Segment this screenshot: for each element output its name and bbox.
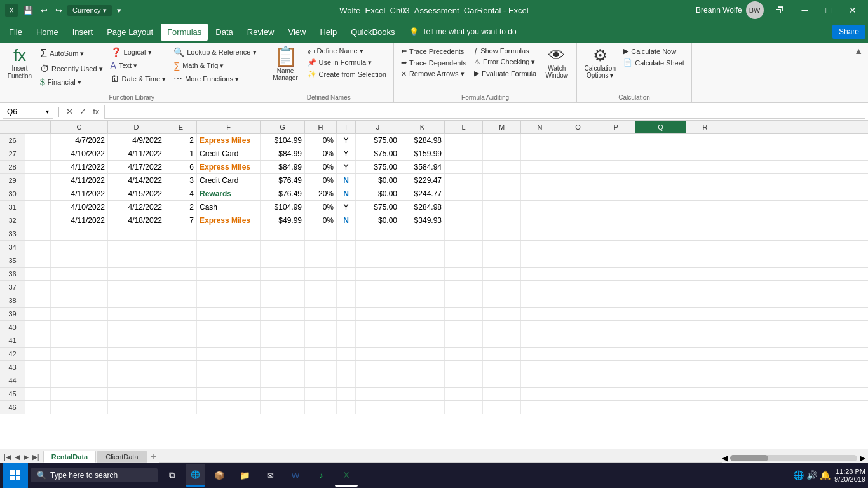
- tab-client-data[interactable]: ClientData: [97, 451, 146, 463]
- cell-n27[interactable]: [521, 147, 559, 160]
- math-trig-button[interactable]: ∑ Math & Trig ▾: [170, 59, 259, 72]
- cell-p40[interactable]: [597, 321, 635, 334]
- cell-l44[interactable]: [445, 374, 483, 387]
- cell-i28[interactable]: Y: [337, 161, 356, 173]
- cell-q39[interactable]: [635, 308, 686, 320]
- cell-d32[interactable]: 4/18/2022: [108, 214, 165, 227]
- col-header-o[interactable]: O: [559, 121, 597, 133]
- cell-c45[interactable]: [51, 388, 108, 400]
- cell-i35[interactable]: [337, 254, 356, 267]
- cell-b32[interactable]: [25, 214, 51, 227]
- cell-e45[interactable]: [165, 388, 197, 400]
- cell-c44[interactable]: [51, 374, 108, 387]
- cell-n44[interactable]: [521, 374, 559, 387]
- cell-f43[interactable]: [197, 361, 261, 374]
- cell-n43[interactable]: [521, 361, 559, 374]
- cell-c33[interactable]: [51, 227, 108, 240]
- cell-m26[interactable]: [483, 134, 521, 147]
- lookup-ref-button[interactable]: 🔍 Lookup & Reference ▾: [170, 46, 259, 58]
- minimize-button[interactable]: ─: [796, 3, 815, 18]
- cell-q42[interactable]: [635, 348, 686, 360]
- row-header-37[interactable]: 37: [0, 281, 25, 294]
- cell-f39[interactable]: [197, 308, 261, 320]
- cell-q46[interactable]: [635, 401, 686, 414]
- save-button[interactable]: 💾: [20, 4, 36, 17]
- cell-o32[interactable]: [559, 214, 597, 227]
- cell-j46[interactable]: [356, 401, 400, 414]
- financial-button[interactable]: $ Financial ▾: [37, 76, 106, 88]
- menu-data[interactable]: Data: [209, 24, 239, 41]
- cell-b34[interactable]: [25, 241, 51, 254]
- cell-d29[interactable]: 4/14/2022: [108, 174, 165, 187]
- cell-h28[interactable]: 0%: [305, 161, 337, 173]
- cell-r27[interactable]: [686, 147, 724, 160]
- cell-m34[interactable]: [483, 241, 521, 254]
- cell-r26[interactable]: [686, 134, 724, 147]
- cell-i44[interactable]: [337, 374, 356, 387]
- calculate-sheet-button[interactable]: 📄 Calculate Sheet: [620, 57, 688, 68]
- notification-icon[interactable]: 🔔: [820, 470, 831, 480]
- cell-c35[interactable]: [51, 254, 108, 267]
- cell-c46[interactable]: [51, 401, 108, 414]
- cell-m44[interactable]: [483, 374, 521, 387]
- cell-d34[interactable]: [108, 241, 165, 254]
- cell-c38[interactable]: [51, 294, 108, 307]
- cell-q37[interactable]: [635, 281, 686, 294]
- cell-h45[interactable]: [305, 388, 337, 400]
- cell-o45[interactable]: [559, 388, 597, 400]
- cell-i42[interactable]: [337, 348, 356, 360]
- cell-p41[interactable]: [597, 334, 635, 347]
- dropbox-taskbar-button[interactable]: 📦: [208, 464, 231, 487]
- cell-o34[interactable]: [559, 241, 597, 254]
- cell-f44[interactable]: [197, 374, 261, 387]
- cell-j40[interactable]: [356, 321, 400, 334]
- sheet-nav-prev[interactable]: ◀: [13, 452, 21, 463]
- sheet-nav-next[interactable]: ▶: [22, 452, 30, 463]
- cell-r42[interactable]: [686, 348, 724, 360]
- cell-o28[interactable]: [559, 161, 597, 173]
- cell-k45[interactable]: [400, 388, 445, 400]
- cell-b44[interactable]: [25, 374, 51, 387]
- cell-r43[interactable]: [686, 361, 724, 374]
- cell-b45[interactable]: [25, 388, 51, 400]
- cell-i34[interactable]: [337, 241, 356, 254]
- cell-m32[interactable]: [483, 214, 521, 227]
- cell-n36[interactable]: [521, 268, 559, 280]
- cell-o46[interactable]: [559, 401, 597, 414]
- calculation-options-button[interactable]: ⚙ CalculationOptions ▾: [581, 46, 619, 80]
- show-formulas-button[interactable]: ƒ Show Formulas: [471, 46, 539, 56]
- cell-m27[interactable]: [483, 147, 521, 160]
- cell-o42[interactable]: [559, 348, 597, 360]
- cell-i26[interactable]: Y: [337, 134, 356, 147]
- cell-h39[interactable]: [305, 308, 337, 320]
- row-header-35[interactable]: 35: [0, 254, 25, 267]
- cell-g30[interactable]: $76.49: [261, 187, 305, 200]
- cell-k40[interactable]: [400, 321, 445, 334]
- error-checking-button[interactable]: ⚠ Error Checking ▾: [471, 57, 539, 67]
- cell-f41[interactable]: [197, 334, 261, 347]
- row-header-42[interactable]: 42: [0, 348, 25, 360]
- cell-l46[interactable]: [445, 401, 483, 414]
- cell-n42[interactable]: [521, 348, 559, 360]
- cell-q33[interactable]: [635, 227, 686, 240]
- cell-p36[interactable]: [597, 268, 635, 280]
- cell-q45[interactable]: [635, 388, 686, 400]
- cell-d36[interactable]: [108, 268, 165, 280]
- cell-q40[interactable]: [635, 321, 686, 334]
- cell-n30[interactable]: [521, 187, 559, 200]
- cell-j26[interactable]: $75.00: [356, 134, 400, 147]
- cell-p29[interactable]: [597, 174, 635, 187]
- cell-k38[interactable]: [400, 294, 445, 307]
- col-header-d[interactable]: D: [108, 121, 165, 133]
- cell-c40[interactable]: [51, 321, 108, 334]
- cell-b33[interactable]: [25, 227, 51, 240]
- cell-j37[interactable]: [356, 281, 400, 294]
- cell-n39[interactable]: [521, 308, 559, 320]
- cell-b28[interactable]: [25, 161, 51, 173]
- cell-i39[interactable]: [337, 308, 356, 320]
- cell-d37[interactable]: [108, 281, 165, 294]
- cell-m42[interactable]: [483, 348, 521, 360]
- cell-h29[interactable]: 0%: [305, 174, 337, 187]
- cell-q36[interactable]: [635, 268, 686, 280]
- cell-p39[interactable]: [597, 308, 635, 320]
